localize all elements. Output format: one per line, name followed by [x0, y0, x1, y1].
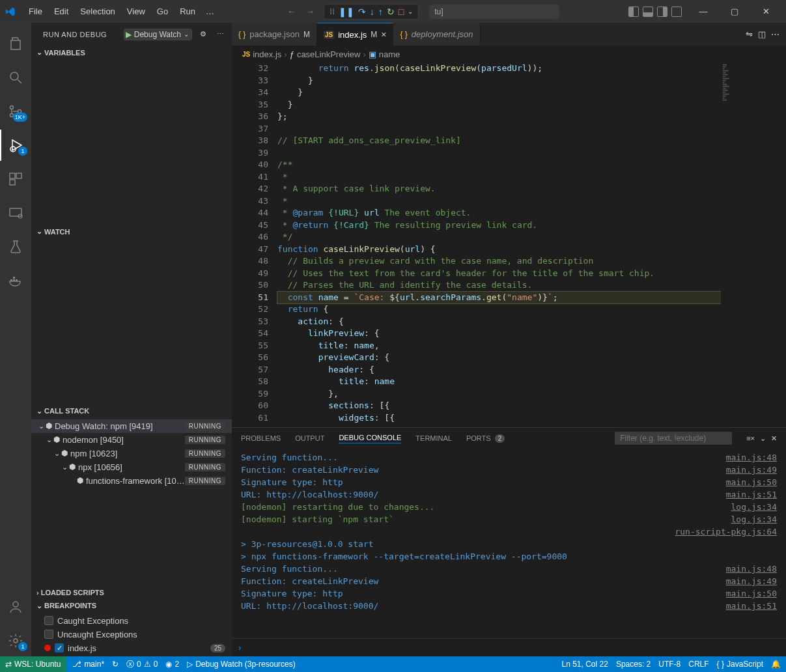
editor-tab[interactable]: JSindex.jsM× [317, 23, 394, 46]
chevron-icon[interactable]: ⌄ [52, 449, 61, 458]
accounts-icon[interactable] [0, 591, 31, 623]
start-debug-icon[interactable]: ▶ [126, 30, 132, 39]
explorer-icon[interactable] [0, 28, 31, 59]
layout-toggle-secondary-icon[interactable] [657, 7, 667, 17]
debug-config-selector[interactable]: ▶ Debug Watch ⌄ [124, 29, 192, 40]
callstack-row[interactable]: ⌄⬢Debug Watch: npm [9419]RUNNING [31, 419, 232, 433]
section-variables[interactable]: ⌄ VARIABLES [31, 46, 232, 59]
layout-toggle-primary-icon[interactable] [628, 7, 639, 17]
console-source-link[interactable]: main.js:51 [726, 488, 786, 501]
git-branch[interactable]: ⎇ main* [72, 660, 104, 669]
menu-view[interactable]: View [122, 4, 150, 19]
problems-status[interactable]: ⓧ0 ⚠0 [126, 659, 158, 670]
menu-selection[interactable]: Selection [75, 4, 120, 19]
source-control-icon[interactable]: 1K+ [0, 96, 31, 127]
editor-tab[interactable]: { }deployment.json [393, 23, 480, 46]
debug-console-input[interactable]: › [232, 638, 786, 656]
close-button[interactable]: ✕ [751, 0, 781, 23]
console-filter-input[interactable] [615, 432, 732, 445]
docker-icon[interactable] [0, 265, 31, 296]
sync-button[interactable]: ↻ [112, 660, 119, 669]
checkbox[interactable] [44, 616, 53, 625]
console-source-link[interactable]: log.js:34 [731, 501, 786, 513]
encoding-status[interactable]: UTF-8 [658, 660, 681, 669]
breadcrumb-item[interactable]: name [379, 49, 400, 59]
panel-tab-debug-console[interactable]: DEBUG CONSOLE [339, 434, 401, 443]
console-source-link[interactable]: main.js:50 [726, 476, 786, 488]
settings-gear-icon[interactable]: 1 [0, 625, 31, 656]
panel-tab-ports[interactable]: PORTS2 [466, 434, 505, 443]
language-status[interactable]: { } JavaScript [717, 660, 763, 669]
open-launch-json-icon[interactable]: ⚙ [197, 29, 209, 40]
chevron-icon[interactable]: ⌄ [36, 422, 46, 430]
debug-step-over-button[interactable]: ↷ [358, 7, 366, 17]
tab-close-icon[interactable]: × [381, 29, 386, 40]
testing-icon[interactable] [0, 231, 31, 262]
console-source-link[interactable]: main.js:48 [726, 451, 786, 464]
breadcrumb-item[interactable]: caseLinkPreview [297, 49, 361, 59]
breadcrumbs[interactable]: JS index.js › ƒ caseLinkPreview › ▣ name [232, 46, 786, 63]
nav-forward[interactable]: → [302, 5, 318, 18]
search-icon[interactable] [0, 62, 31, 93]
menu-overflow[interactable]: … [201, 4, 219, 19]
run-debug-icon[interactable]: 1 [0, 130, 31, 161]
console-source-link[interactable]: main.js:49 [726, 464, 786, 476]
remote-indicator[interactable]: ⇄ WSL: Ubuntu [0, 656, 66, 672]
chevron-icon[interactable]: ⌄ [60, 463, 69, 471]
section-loaded-scripts[interactable]: › LOADED SCRIPTS [31, 586, 232, 599]
minimize-button[interactable]: — [688, 0, 718, 23]
callstack-row[interactable]: ⌄⬢npm [10623]RUNNING [31, 447, 232, 460]
breadcrumb-item[interactable]: index.js [253, 49, 281, 59]
breakpoint-index-js[interactable]: ✓ index.js 25 [31, 641, 232, 655]
code-content[interactable]: return res.json(caseLinkPreview(parsedUr… [276, 63, 721, 427]
maximize-button[interactable]: ▢ [720, 0, 750, 23]
layout-customize-icon[interactable] [671, 7, 682, 17]
section-breakpoints[interactable]: ⌄ BREAKPOINTS [31, 599, 232, 613]
compare-icon[interactable]: ⇋ [746, 29, 753, 39]
cursor-position[interactable]: Ln 51, Col 22 [562, 660, 608, 669]
chevron-icon[interactable]: ⌄ [44, 436, 53, 444]
debug-restart-button[interactable]: ↻ [387, 7, 395, 17]
editor-body[interactable]: 3233343536373839404142434445464748495051… [232, 63, 786, 427]
panel-tab-output[interactable]: OUTPUT [295, 434, 324, 442]
debug-stop-button[interactable]: □ [399, 7, 404, 17]
clear-console-icon[interactable]: ≡× [746, 434, 755, 442]
ports-status[interactable]: ◉2 [165, 660, 179, 669]
extensions-icon[interactable] [0, 163, 31, 195]
eol-status[interactable]: CRLF [688, 660, 709, 669]
checkbox[interactable] [44, 630, 53, 639]
debug-step-out-button[interactable]: ↑ [378, 7, 383, 17]
menu-edit[interactable]: Edit [49, 4, 74, 19]
callstack-row[interactable]: ⌄⬢nodemon [9450]RUNNING [31, 433, 232, 447]
layout-toggle-panel-icon[interactable] [643, 7, 653, 17]
breakpoint-caught-exceptions[interactable]: Caught Exceptions [31, 614, 232, 628]
console-source-link[interactable]: main.js:48 [726, 563, 786, 575]
notifications-icon[interactable]: 🔔 [771, 660, 781, 669]
callstack-row[interactable]: ⬢functions-framework [106…RUNNING [31, 474, 232, 488]
console-source-link[interactable]: main.js:50 [726, 587, 786, 600]
panel-tab-problems[interactable]: PROBLEMS [241, 434, 281, 442]
section-watch[interactable]: ⌄ WATCH [31, 225, 232, 238]
console-source-link[interactable]: main.js:51 [726, 600, 786, 612]
debug-console-output[interactable]: Serving function...main.js:48Function: c… [232, 449, 786, 638]
console-source-link[interactable]: log.js:34 [731, 513, 786, 525]
views-more-icon[interactable]: ⋯ [214, 29, 227, 40]
debug-step-into-button[interactable]: ↓ [370, 7, 374, 17]
close-panel-icon[interactable]: ✕ [771, 434, 777, 443]
remote-explorer-icon[interactable] [0, 197, 31, 229]
callstack-row[interactable]: ⌄⬢npx [10656]RUNNING [31, 460, 232, 474]
breakpoint-uncaught-exceptions[interactable]: Uncaught Exceptions [31, 628, 232, 641]
debug-status[interactable]: ▷ Debug Watch (3p-resources) [187, 660, 296, 669]
debug-target-dropdown[interactable]: ⌄ [408, 8, 413, 15]
console-source-link[interactable]: run-script-pkg.js:64 [675, 525, 786, 538]
minimap[interactable]: ▆▆▆▆▆▆▆▆▆▆▆▆▆▆▆▆▆▆▆▆▆▆▆▆▆▆▆▆▆▆▆▆▆▆▆▆▆▆▆▆… [721, 63, 786, 427]
split-editor-icon[interactable]: ◫ [758, 29, 766, 39]
menu-file[interactable]: File [23, 4, 48, 19]
debug-drag-icon[interactable]: ⁞⁞ [330, 7, 335, 16]
panel-tab-terminal[interactable]: TERMINAL [415, 434, 452, 442]
menu-run[interactable]: Run [175, 4, 201, 19]
checkbox[interactable]: ✓ [55, 643, 64, 652]
more-actions-icon[interactable]: ⋯ [771, 29, 779, 39]
glyph-margin[interactable] [232, 63, 244, 427]
indentation-status[interactable]: Spaces: 2 [616, 660, 651, 669]
